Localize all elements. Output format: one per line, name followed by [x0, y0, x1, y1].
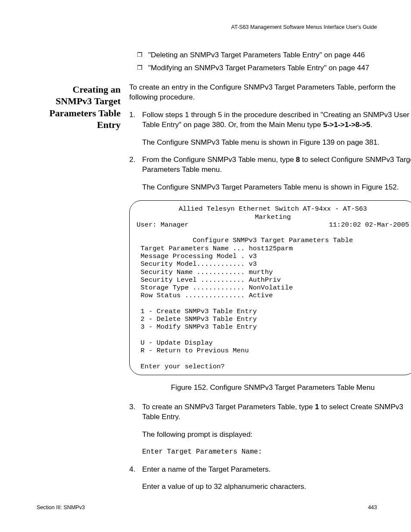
cross-ref-item: ❐"Modifying an SNMPv3 Target Parameters … — [137, 63, 377, 73]
menu-option: R - Return to Previous Menu — [140, 347, 249, 355]
menu-title-line: Allied Telesyn Ethernet Switch AT-94xx -… — [137, 205, 409, 213]
cross-ref-text: "Modifying an SNMPv3 Target Parameters T… — [148, 64, 369, 72]
menu-param: Security Name ............ murthy — [140, 268, 273, 276]
procedure-step: 2. From the Configure SNMPv3 Table menu,… — [129, 155, 411, 193]
step-text: . — [371, 121, 373, 129]
step-sub-paragraph: The Configure SNMPv3 Target Parameters T… — [142, 183, 411, 193]
terminal-menu-box: Allied Telesyn Ethernet Switch AT-94xx -… — [129, 200, 411, 375]
procedure-list: 1. Follow steps 1 through 5 in the proce… — [129, 110, 411, 193]
menu-prompt: Enter your selection? — [140, 363, 224, 370]
cross-ref-item: ❐"Deleting an SNMPv3 Target Parameters T… — [137, 50, 377, 60]
bullet-icon: ❐ — [137, 64, 143, 72]
menu-param: Message Processing Model . v3 — [140, 252, 257, 260]
menu-param: Security Model............ v3 — [140, 260, 257, 268]
step-sub-paragraph: The following prompt is displayed: — [142, 430, 411, 440]
step-number: 4. — [129, 465, 135, 475]
menu-option: 2 - Delete SNMPv3 Table Entry — [140, 315, 257, 323]
step-sub-paragraph: Enter a value of up to 32 alphanumeric c… — [142, 482, 411, 492]
running-header: AT-S63 Management Software Menus Interfa… — [37, 24, 377, 31]
procedure-step: 1. Follow steps 1 through 5 in the proce… — [129, 110, 411, 148]
step-text: To create an SNMPv3 Target Parameters Ta… — [142, 403, 315, 411]
menu-user: User: Manager — [137, 221, 189, 229]
menu-key: 8 — [296, 156, 300, 164]
procedure-step: 3. To create an SNMPv3 Target Parameters… — [129, 402, 411, 457]
menu-sequence: 5->1->1->8->5 — [323, 121, 371, 129]
menu-subtitle: Configure SNMPv3 Target Parameters Table — [137, 236, 409, 244]
menu-option: U - Update Display — [140, 339, 212, 347]
section-sidehead: Creating an SNMPv3 Target Parameters Tab… — [37, 83, 129, 131]
bullet-icon: ❐ — [137, 51, 143, 59]
menu-param: Row Status ............... Active — [140, 292, 273, 299]
menu-title-line: Marketing — [137, 213, 409, 221]
terminal-prompt: Enter Target Parameters Name: — [142, 448, 411, 457]
menu-option: 1 - Create SNMPv3 Table Entry — [140, 308, 257, 315]
procedure-list-continued: 3. To create an SNMPv3 Target Parameters… — [129, 402, 411, 492]
step-number: 2. — [129, 155, 135, 165]
menu-param: Storage Type ............. NonVolatile — [140, 284, 293, 292]
footer-section: Section III: SNMPv3 — [37, 504, 85, 511]
step-text: From the Configure SNMPv3 Table menu, ty… — [142, 156, 296, 164]
intro-paragraph: To create an entry in the Configure SNMP… — [129, 83, 411, 103]
menu-timestamp: 11:20:02 02-Mar-2005 — [329, 221, 409, 229]
menu-option: 3 - Modify SNMPv3 Table Entry — [140, 323, 257, 331]
empty-sidehead — [37, 50, 129, 51]
procedure-step: 4. Enter a name of the Target Parameters… — [129, 465, 411, 492]
cross-ref-list: ❐"Deleting an SNMPv3 Target Parameters T… — [137, 50, 377, 73]
menu-param: Target Parameters Name ... host125parm — [140, 245, 293, 252]
figure-caption: Figure 152. Configure SNMPv3 Target Para… — [129, 383, 411, 393]
step-number: 3. — [129, 402, 135, 412]
footer-page-number: 443 — [368, 504, 377, 511]
step-text: Enter a name of the Target Parameters. — [142, 465, 271, 473]
step-number: 1. — [129, 110, 135, 120]
cross-ref-text: "Deleting an SNMPv3 Target Parameters Ta… — [148, 51, 365, 59]
step-sub-paragraph: The Configure SNMPv3 Table menu is shown… — [142, 138, 411, 148]
menu-param: Security Level ........... AuthPriv — [140, 276, 281, 284]
